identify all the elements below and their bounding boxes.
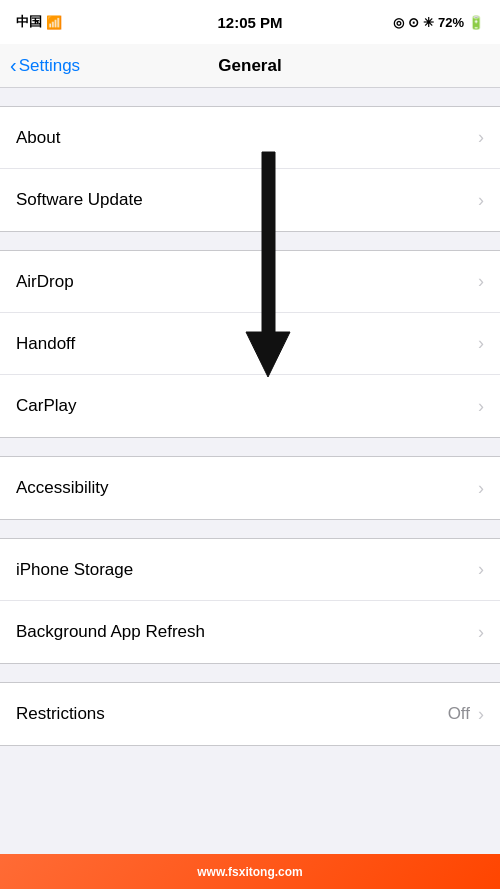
watermark-text: www.fsxitong.com (197, 865, 303, 879)
handoff-row-right: › (474, 333, 484, 354)
battery-icon: 🔋 (468, 15, 484, 30)
restrictions-label: Restrictions (16, 704, 105, 724)
section-gap-2 (0, 232, 500, 250)
iphone-storage-label: iPhone Storage (16, 560, 133, 580)
handoff-label: Handoff (16, 334, 75, 354)
status-bar-right: ◎ ⊙ ✳ 72% 🔋 (393, 15, 484, 30)
section-gap-bottom (0, 746, 500, 764)
settings-row-accessibility[interactable]: Accessibility › (0, 457, 500, 519)
restrictions-value: Off (448, 704, 470, 724)
settings-row-carplay[interactable]: CarPlay › (0, 375, 500, 437)
section-gap-1 (0, 88, 500, 106)
airdrop-row-right: › (474, 271, 484, 292)
carplay-row-right: › (474, 396, 484, 417)
restrictions-chevron-icon: › (478, 704, 484, 725)
restrictions-row-right: Off › (448, 704, 484, 725)
battery-text: 72% (438, 15, 464, 30)
settings-group-3: Accessibility › (0, 456, 500, 520)
settings-group-1: About › Software Update › (0, 106, 500, 232)
settings-row-handoff[interactable]: Handoff › (0, 313, 500, 375)
section-gap-3 (0, 438, 500, 456)
section-gap-5 (0, 664, 500, 682)
section-gap-4 (0, 520, 500, 538)
software-update-row-right: › (474, 190, 484, 211)
airdrop-chevron-icon: › (478, 271, 484, 292)
carplay-chevron-icon: › (478, 396, 484, 417)
watermark: www.fsxitong.com (0, 854, 500, 889)
carplay-label: CarPlay (16, 396, 76, 416)
about-label: About (16, 128, 60, 148)
about-row-right: › (474, 127, 484, 148)
background-app-refresh-chevron-icon: › (478, 622, 484, 643)
settings-row-airdrop[interactable]: AirDrop › (0, 251, 500, 313)
carrier-text: 中国 (16, 13, 42, 31)
accessibility-chevron-icon: › (478, 478, 484, 499)
settings-row-about[interactable]: About › (0, 107, 500, 169)
status-bar-time: 12:05 PM (217, 14, 282, 31)
airdrop-label: AirDrop (16, 272, 74, 292)
settings-row-restrictions[interactable]: Restrictions Off › (0, 683, 500, 745)
software-update-chevron-icon: › (478, 190, 484, 211)
settings-group-5: Restrictions Off › (0, 682, 500, 746)
wifi-icon: 📶 (46, 15, 62, 30)
accessibility-row-right: › (474, 478, 484, 499)
nav-bar: ‹ Settings General (0, 44, 500, 88)
settings-row-iphone-storage[interactable]: iPhone Storage › (0, 539, 500, 601)
background-app-refresh-row-right: › (474, 622, 484, 643)
software-update-label: Software Update (16, 190, 143, 210)
about-chevron-icon: › (478, 127, 484, 148)
iphone-storage-chevron-icon: › (478, 559, 484, 580)
background-app-refresh-label: Background App Refresh (16, 622, 205, 642)
accessibility-label: Accessibility (16, 478, 109, 498)
bluetooth-icon: ✳ (423, 15, 434, 30)
settings-row-software-update[interactable]: Software Update › (0, 169, 500, 231)
back-chevron-icon: ‹ (10, 55, 17, 75)
iphone-storage-row-right: › (474, 559, 484, 580)
status-bar-left: 中国 📶 (16, 13, 62, 31)
settings-row-background-app-refresh[interactable]: Background App Refresh › (0, 601, 500, 663)
back-label: Settings (19, 56, 80, 76)
settings-group-4: iPhone Storage › Background App Refresh … (0, 538, 500, 664)
alarm-icon: ⊙ (408, 15, 419, 30)
handoff-chevron-icon: › (478, 333, 484, 354)
settings-group-2: AirDrop › Handoff › CarPlay › (0, 250, 500, 438)
back-button[interactable]: ‹ Settings (10, 56, 80, 76)
location-icon: ◎ (393, 15, 404, 30)
status-bar: 中国 📶 12:05 PM ◎ ⊙ ✳ 72% 🔋 (0, 0, 500, 44)
page-title: General (218, 56, 281, 76)
